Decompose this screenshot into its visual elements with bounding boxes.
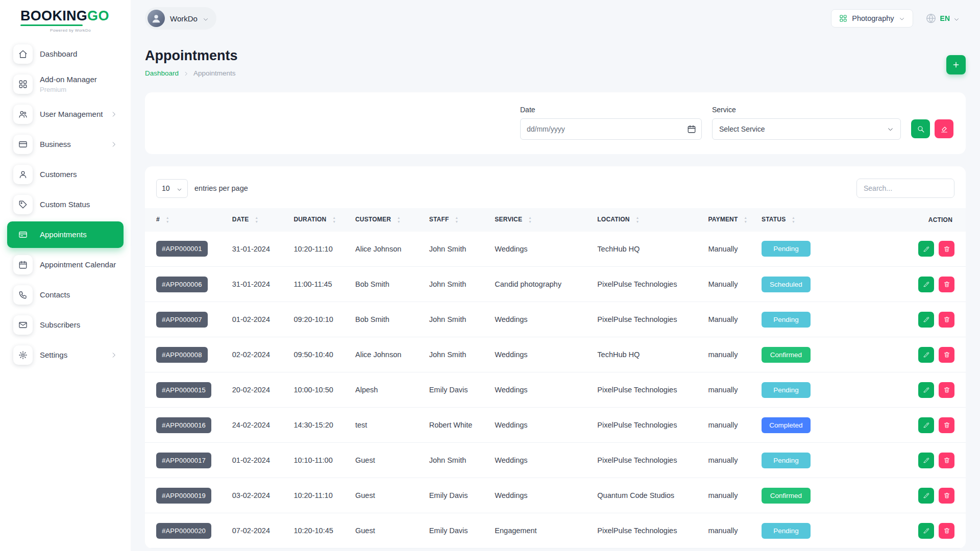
delete-button[interactable] bbox=[939, 523, 954, 539]
status-badge: Confirmed bbox=[762, 347, 811, 363]
table-header-row: #▲▼DATE▲▼DURATION▲▼CUSTOMER▲▼STAFF▲▼SERV… bbox=[145, 208, 966, 232]
sidebar-item-business[interactable]: Business bbox=[7, 131, 124, 158]
avatar bbox=[148, 10, 165, 27]
edit-button[interactable] bbox=[918, 277, 934, 292]
status-badge: Pending bbox=[762, 523, 811, 539]
cell-location: TechHub HQ bbox=[592, 337, 703, 372]
sort-arrows-icon: ▲▼ bbox=[744, 216, 747, 224]
status-badge: Pending bbox=[762, 241, 811, 257]
add-appointment-button[interactable] bbox=[946, 55, 966, 74]
chevron-right-icon bbox=[183, 70, 189, 76]
logo-tagline: Powered by WorkDo bbox=[20, 28, 131, 33]
cell-customer: test bbox=[350, 408, 424, 443]
column-header-location[interactable]: LOCATION▲▼ bbox=[592, 208, 703, 232]
filter-search-button[interactable] bbox=[911, 119, 930, 138]
delete-button[interactable] bbox=[939, 417, 954, 433]
appointment-id-badge: #APP000006 bbox=[156, 277, 208, 292]
language-selector[interactable]: EN bbox=[925, 13, 960, 24]
date-input-wrapper bbox=[520, 118, 702, 140]
cell-customer: Alpesh bbox=[350, 372, 424, 408]
cell-staff: John Smith bbox=[424, 267, 490, 302]
date-input[interactable] bbox=[520, 118, 702, 140]
table-search-input[interactable] bbox=[856, 179, 954, 198]
cell-duration: 10:10-11:00 bbox=[288, 443, 350, 478]
appointment-id-badge: #APP000001 bbox=[156, 241, 208, 257]
breadcrumb-dashboard-link[interactable]: Dashboard bbox=[145, 69, 179, 77]
sidebar-item-user-management[interactable]: User Management bbox=[7, 101, 124, 128]
column-header-id[interactable]: #▲▼ bbox=[145, 208, 227, 232]
edit-button[interactable] bbox=[918, 488, 934, 504]
calendar-icon[interactable] bbox=[687, 124, 696, 134]
sidebar: BOOKINGGO Powered by WorkDo DashboardAdd… bbox=[0, 0, 131, 551]
sidebar-item-custom-status[interactable]: Custom Status bbox=[7, 191, 124, 218]
cell-payment: manually bbox=[703, 408, 756, 443]
sidebar-item-contacts[interactable]: Contacts bbox=[7, 282, 124, 308]
cell-payment: Manually bbox=[703, 302, 756, 337]
edit-button[interactable] bbox=[918, 347, 934, 363]
sidebar-item-appointment-calendar[interactable]: Appointment Calendar bbox=[7, 252, 124, 278]
edit-button[interactable] bbox=[918, 523, 934, 539]
sort-arrows-icon: ▲▼ bbox=[528, 216, 532, 224]
cell-staff: Emily Davis bbox=[424, 372, 490, 408]
edit-button[interactable] bbox=[918, 417, 934, 433]
delete-button[interactable] bbox=[939, 382, 954, 398]
appointments-table: #▲▼DATE▲▼DURATION▲▼CUSTOMER▲▼STAFF▲▼SERV… bbox=[145, 208, 966, 548]
column-header-label: SERVICE bbox=[495, 216, 522, 223]
cell-duration: 10:00-10:50 bbox=[288, 372, 350, 408]
cell-customer: Bob Smith bbox=[350, 267, 424, 302]
topbar-right: Photography EN bbox=[831, 9, 960, 28]
delete-button[interactable] bbox=[939, 453, 954, 468]
appointment-id-badge: #APP0000019 bbox=[156, 488, 211, 504]
column-header-customer[interactable]: CUSTOMER▲▼ bbox=[350, 208, 424, 232]
delete-button[interactable] bbox=[939, 347, 954, 363]
delete-button[interactable] bbox=[939, 241, 954, 257]
delete-button[interactable] bbox=[939, 312, 954, 328]
grid-icon bbox=[839, 14, 847, 22]
cell-date: 24-02-2024 bbox=[227, 408, 289, 443]
sidebar-item-label: User Management bbox=[40, 110, 103, 119]
entries-per-page: 10 entries per page bbox=[156, 179, 248, 198]
globe-icon bbox=[925, 13, 937, 24]
module-switcher-button[interactable]: Photography bbox=[831, 9, 913, 28]
cell-date: 20-02-2024 bbox=[227, 372, 289, 408]
column-header-label: ACTION bbox=[928, 216, 952, 223]
cell-service: Candid photography bbox=[489, 267, 592, 302]
column-header-status[interactable]: STATUS▲▼ bbox=[756, 208, 839, 232]
cell-payment: Manually bbox=[703, 267, 756, 302]
cell-staff: John Smith bbox=[424, 232, 490, 267]
cell-customer: Alice Johnson bbox=[350, 337, 424, 372]
column-header-service[interactable]: SERVICE▲▼ bbox=[489, 208, 592, 232]
column-header-payment[interactable]: PAYMENT▲▼ bbox=[703, 208, 756, 232]
sidebar-item-label: Customers bbox=[40, 170, 77, 179]
service-select[interactable]: Select Service bbox=[712, 118, 901, 140]
appointments-table-card: 10 entries per page #▲▼DATE▲▼DURATION▲▼C… bbox=[145, 166, 966, 548]
delete-button[interactable] bbox=[939, 488, 954, 504]
cell-service: Weddings bbox=[489, 408, 592, 443]
edit-button[interactable] bbox=[918, 241, 934, 257]
entries-per-page-select[interactable]: 10 bbox=[156, 179, 188, 198]
edit-button[interactable] bbox=[918, 312, 934, 328]
column-header-date[interactable]: DATE▲▼ bbox=[227, 208, 289, 232]
sidebar-item-label: Add-on ManagerPremium bbox=[40, 75, 97, 94]
logo[interactable]: BOOKINGGO Powered by WorkDo bbox=[0, 0, 131, 33]
chevron-down-icon bbox=[203, 15, 209, 21]
sidebar-item-appointments[interactable]: Appointments bbox=[7, 221, 124, 248]
sidebar-item-settings[interactable]: Settings bbox=[7, 342, 124, 368]
table-row: #APP000001624-02-202414:30-15:20testRobe… bbox=[145, 408, 966, 443]
column-header-staff[interactable]: STAFF▲▼ bbox=[424, 208, 490, 232]
service-filter-group: Service Select Service bbox=[712, 106, 901, 140]
edit-button[interactable] bbox=[918, 453, 934, 468]
workspace-selector[interactable]: WorkDo bbox=[145, 7, 216, 30]
sidebar-item-customers[interactable]: Customers bbox=[7, 161, 124, 188]
edit-button[interactable] bbox=[918, 382, 934, 398]
sidebar-item-subscribers[interactable]: Subscribers bbox=[7, 312, 124, 338]
gear-icon bbox=[13, 345, 33, 365]
delete-button[interactable] bbox=[939, 277, 954, 292]
column-header-duration[interactable]: DURATION▲▼ bbox=[288, 208, 350, 232]
filter-reset-button[interactable] bbox=[935, 119, 953, 138]
service-filter-label: Service bbox=[712, 106, 901, 114]
sidebar-item-add-on-manager[interactable]: Add-on ManagerPremium bbox=[7, 71, 124, 97]
cell-location: PixelPulse Technologies bbox=[592, 302, 703, 337]
appointment-id-badge: #APP0000017 bbox=[156, 453, 211, 468]
sidebar-item-dashboard[interactable]: Dashboard bbox=[7, 41, 124, 67]
